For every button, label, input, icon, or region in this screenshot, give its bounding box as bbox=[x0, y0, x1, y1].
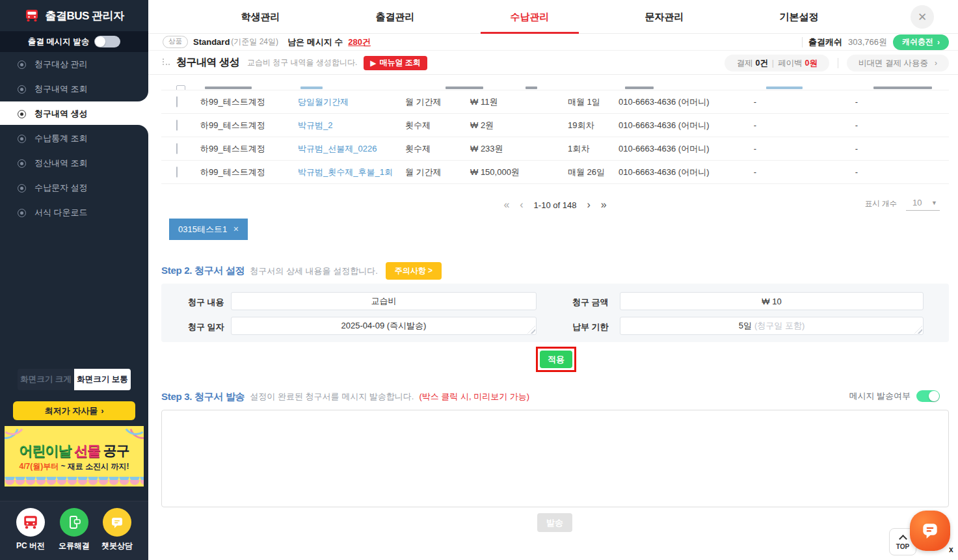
invoice-preview-box[interactable] bbox=[161, 410, 949, 507]
row-checkbox[interactable] bbox=[176, 120, 178, 131]
content-field-input[interactable]: 교습비 bbox=[231, 292, 537, 310]
step3-subtitle: 설정이 완료된 청구서를 메시지 발송합니다. bbox=[250, 391, 414, 403]
divider: | bbox=[772, 59, 774, 68]
remaining-messages-count[interactable]: 280건 bbox=[348, 36, 371, 48]
chevron-right-icon: › bbox=[935, 59, 937, 68]
cash-charge-button[interactable]: 캐쉬충전 › bbox=[893, 34, 949, 50]
plan-note: (기준일 24일) bbox=[231, 36, 278, 47]
tab-sms-management[interactable]: 문자관리 bbox=[597, 0, 732, 34]
screen-size-control: 화면크기 크게 화면크기 보통 bbox=[18, 369, 131, 390]
row-checkbox[interactable] bbox=[176, 85, 185, 90]
sidebar-item-form-download[interactable]: 서식 다운로드 bbox=[0, 200, 148, 225]
bus-icon bbox=[22, 514, 39, 531]
resize-handle-icon[interactable] bbox=[914, 326, 922, 334]
tab-student-management[interactable]: 학생관리 bbox=[193, 0, 328, 34]
filter-chip-label: 0315테스트1 bbox=[178, 224, 227, 235]
chevron-up-icon bbox=[899, 535, 907, 543]
clipped-text bbox=[205, 87, 252, 89]
per-page-select[interactable]: 10 ▼ bbox=[906, 196, 940, 211]
table-row-clipped bbox=[161, 75, 949, 90]
date-field-input[interactable]: 2025-04-09 (즉시발송) bbox=[231, 317, 537, 335]
step3-title: Step 3. 청구서 발송 bbox=[161, 391, 245, 403]
payback-amount: 0원 bbox=[805, 58, 818, 69]
cell-phone: 010-6663-4636 (어머니) bbox=[619, 96, 723, 108]
cell-type: 횟수제 bbox=[405, 143, 470, 155]
attendance-message-toggle-row: 출결 메시지 발송 bbox=[0, 31, 148, 52]
cell-billing-name-link[interactable]: 박규범_횟수제_후불_1회 bbox=[298, 167, 393, 177]
cell-amount: ₩ 11원 bbox=[470, 96, 568, 108]
sidebar-item-billing-create-active[interactable]: 청구내역 생성 bbox=[0, 101, 148, 126]
pc-version-button[interactable]: PC 버전 bbox=[9, 508, 52, 552]
sidebar-footer: PC 버전 오류해결 bbox=[0, 501, 148, 560]
screen-size-normal-button[interactable]: 화면크기 보통 bbox=[74, 369, 131, 390]
bus-icon bbox=[24, 8, 40, 23]
cell-cycle: 19회차 bbox=[568, 120, 619, 131]
sidebar-item-settlement[interactable]: 정산내역 조회 bbox=[0, 151, 148, 176]
date-field-value: 2025-04-09 (즉시발송) bbox=[341, 320, 427, 332]
radio-icon bbox=[18, 184, 26, 193]
close-button[interactable]: ✕ bbox=[911, 5, 934, 29]
payment-summary-pill[interactable]: 결제 0건 | 페이백 0원 bbox=[725, 55, 829, 72]
next-page-icon[interactable]: › bbox=[587, 200, 590, 210]
app-title: 출결BUS 관리자 bbox=[45, 8, 124, 23]
sidebar-item-receipt-sms[interactable]: 수납문자 설정 bbox=[0, 176, 148, 200]
amount-field-label: 청구 금액 bbox=[572, 297, 609, 308]
remote-payment-pill[interactable]: 비대면 결제 사용중 › bbox=[847, 55, 949, 72]
step2-header: Step 2. 청구서 설정 청구서의 상세 내용을 설정합니다. 주의사항 > bbox=[161, 261, 442, 280]
shop-link-button[interactable]: 최저가 자사몰 › bbox=[13, 401, 135, 420]
sidebar-item-label: 정산내역 조회 bbox=[34, 157, 88, 169]
caution-button[interactable]: 주의사항 > bbox=[386, 262, 442, 280]
content-field-value: 교습비 bbox=[371, 295, 397, 307]
last-page-icon[interactable]: » bbox=[601, 200, 607, 210]
banner-headline: 어린이날 선물 공구 bbox=[5, 442, 144, 460]
toggle-knob bbox=[95, 36, 105, 47]
radio-icon bbox=[18, 110, 26, 118]
screen-size-large-button[interactable]: 화면크기 크게 bbox=[18, 369, 74, 390]
cell-account: 하99_테스트계정 bbox=[200, 143, 298, 155]
step2-subtitle: 청구서의 상세 내용을 설정합니다. bbox=[250, 265, 377, 277]
row-checkbox[interactable] bbox=[176, 96, 178, 107]
attendance-message-toggle[interactable] bbox=[94, 36, 120, 47]
cell-billing-name-link[interactable]: 박규범_2 bbox=[298, 120, 332, 130]
prev-page-icon[interactable]: ‹ bbox=[520, 200, 523, 210]
first-page-icon[interactable]: « bbox=[503, 200, 509, 210]
promo-banner[interactable]: 어린이날 선물 공구 4/7(월)부터 ~ 재료 소진시 까지! bbox=[5, 426, 144, 487]
cell-dash: - bbox=[788, 144, 925, 153]
send-button[interactable]: 발송 bbox=[537, 513, 572, 532]
error-help-button[interactable]: 오류해결 bbox=[53, 508, 96, 552]
cell-billing-name-link[interactable]: 당일월기간제 bbox=[298, 97, 349, 107]
app-logo[interactable]: 출결BUS 관리자 bbox=[0, 0, 148, 31]
amount-field-input[interactable]: ₩ 10 bbox=[620, 292, 924, 310]
cell-phone: 010-6663-4636 (어머니) bbox=[619, 143, 723, 155]
radio-icon bbox=[18, 209, 26, 217]
manual-lookup-button[interactable]: ▶ 매뉴얼 조회 bbox=[364, 56, 427, 70]
cell-type: 월 기간제 bbox=[405, 167, 470, 178]
toggle-knob bbox=[929, 391, 939, 401]
cell-cycle: 매월 26일 bbox=[568, 167, 619, 178]
filter-chip[interactable]: 0315테스트1 ✕ bbox=[169, 219, 248, 240]
apply-button[interactable]: 적용 bbox=[540, 351, 572, 368]
cell-billing-name-link[interactable]: 박규범_선불제_0226 bbox=[298, 144, 377, 153]
row-checkbox[interactable] bbox=[176, 167, 178, 178]
radio-icon bbox=[18, 60, 26, 69]
due-field-input[interactable]: 5일 (청구일 포함) bbox=[620, 317, 924, 335]
cell-amount: ₩ 2원 bbox=[470, 120, 568, 131]
chip-remove-icon[interactable]: ✕ bbox=[233, 225, 239, 233]
sidebar-item-label: 청구내역 생성 bbox=[34, 108, 88, 120]
sidebar-item-receipt-stats[interactable]: 수납통계 조회 bbox=[0, 126, 148, 151]
chatbot-button[interactable]: 챗봇상담 bbox=[96, 508, 139, 552]
resize-handle-icon[interactable] bbox=[527, 326, 535, 334]
tab-basic-settings[interactable]: 기본설정 bbox=[732, 0, 866, 34]
banner-date: 4/7(월)부터 bbox=[19, 462, 59, 471]
message-send-toggle[interactable] bbox=[916, 390, 940, 402]
elbow-connector-icon bbox=[163, 59, 170, 65]
page-header: 청구내역 생성 교습비 청구 내역을 생성합니다. ▶ 매뉴얼 조회 결제 0건… bbox=[148, 51, 958, 75]
chat-close-x[interactable]: x bbox=[949, 545, 953, 554]
sidebar-item-billing-targets[interactable]: 청구대상 관리 bbox=[0, 52, 148, 77]
tab-attendance-management[interactable]: 출결관리 bbox=[328, 0, 462, 34]
chat-fab-button[interactable] bbox=[910, 511, 950, 551]
sidebar-item-billing-history[interactable]: 청구내역 조회 bbox=[0, 77, 148, 101]
row-checkbox[interactable] bbox=[176, 143, 178, 154]
tab-payment-management[interactable]: 수납관리 bbox=[462, 0, 597, 34]
apply-button-highlight: 적용 bbox=[536, 347, 576, 372]
